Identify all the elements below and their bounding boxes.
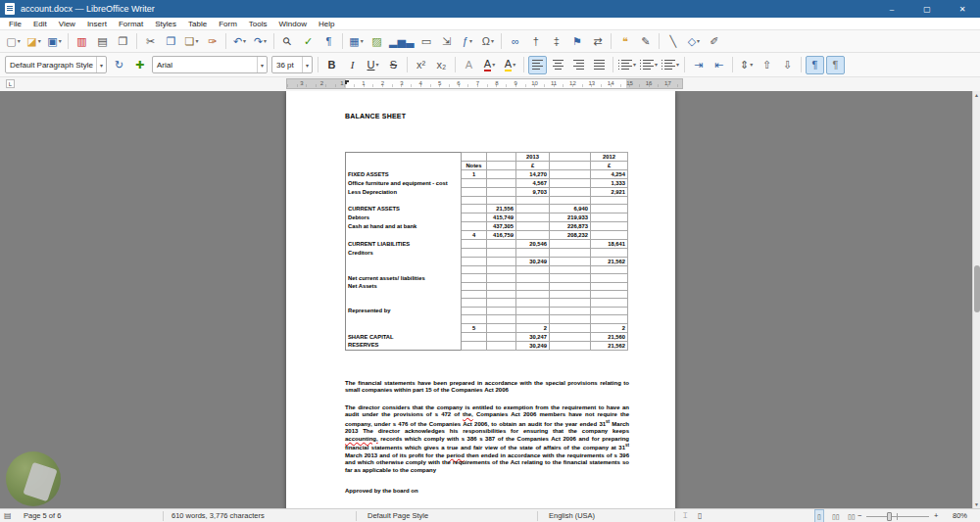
table-cell[interactable] <box>591 274 628 282</box>
draw-functions-icon[interactable]: ✐ <box>705 32 723 51</box>
ordered-list-icon[interactable]: ▾ <box>639 56 659 74</box>
table-cell[interactable]: 21,556 <box>487 205 516 214</box>
table-cell[interactable]: 219,933 <box>550 214 591 222</box>
table-cell[interactable] <box>346 257 462 265</box>
zoom-level[interactable]: 80% <box>953 509 967 522</box>
table-cell[interactable] <box>591 315 628 323</box>
table-cell[interactable] <box>550 257 591 265</box>
table-cell[interactable]: CURRENT LIABILITIES <box>346 240 462 249</box>
print-icon[interactable]: ▤ <box>93 32 112 51</box>
strikethrough-icon[interactable]: S <box>384 56 403 74</box>
table-cell[interactable] <box>591 290 628 298</box>
table-cell[interactable] <box>550 197 591 205</box>
table-cell[interactable] <box>550 240 591 249</box>
paste-icon[interactable]: ❏▾ <box>182 32 201 51</box>
table-cell[interactable] <box>516 274 550 282</box>
table-cell[interactable] <box>487 274 516 282</box>
table-cell[interactable]: Represented by <box>346 307 462 314</box>
table-cell[interactable] <box>462 299 487 307</box>
vertical-scrollbar[interactable]: ▲ ▼ <box>972 91 980 508</box>
table-cell[interactable]: 2 <box>516 323 550 332</box>
insert-mode-icon[interactable]: ▯ <box>698 509 702 522</box>
table-cell[interactable]: 208,232 <box>550 231 591 240</box>
table-cell[interactable]: SHARE CAPITAL <box>346 332 462 341</box>
table-cell[interactable] <box>462 265 487 273</box>
footnote-icon[interactable]: † <box>526 32 545 51</box>
menu-insert[interactable]: Insert <box>81 18 113 30</box>
table-cell[interactable] <box>487 240 516 249</box>
unordered-list-icon[interactable]: ▾ <box>617 56 637 74</box>
tab-stop-selector-icon[interactable]: L <box>6 79 15 88</box>
font-color-icon[interactable]: A▾ <box>480 56 499 74</box>
table-cell[interactable]: 21,562 <box>591 257 628 265</box>
copy-icon[interactable]: ❐ <box>162 32 180 51</box>
table-cell[interactable]: 416,759 <box>487 231 516 240</box>
table-cell[interactable]: 30,247 <box>516 332 550 341</box>
chevron-down-icon[interactable]: ▾ <box>655 62 658 68</box>
table-cell[interactable] <box>591 214 628 222</box>
table-cell[interactable] <box>550 188 591 197</box>
table-cell[interactable]: 4,567 <box>516 179 550 188</box>
table-cell[interactable] <box>462 341 487 350</box>
table-cell[interactable]: Notes <box>462 162 487 170</box>
table-cell[interactable] <box>516 299 550 307</box>
table-cell[interactable] <box>462 332 487 341</box>
menu-format[interactable]: Format <box>113 18 149 30</box>
table-cell[interactable] <box>591 222 628 231</box>
table-cell[interactable]: 2013 <box>516 153 550 162</box>
chevron-down-icon[interactable]: ▾ <box>96 57 106 72</box>
table-cell[interactable] <box>550 162 591 170</box>
table-cell[interactable]: £ <box>516 162 550 170</box>
table-cell[interactable] <box>550 249 591 257</box>
table-cell[interactable]: 5 <box>462 323 487 332</box>
table-cell[interactable]: 437,305 <box>487 222 516 231</box>
align-left-icon[interactable] <box>528 56 547 74</box>
table-cell[interactable] <box>487 323 516 332</box>
table-cell[interactable] <box>591 197 628 205</box>
chevron-down-icon[interactable]: ▾ <box>59 38 62 44</box>
page-style-indicator[interactable]: Default Page Style <box>368 509 428 522</box>
minimize-button[interactable]: – <box>874 0 909 18</box>
table-cell[interactable] <box>591 282 628 290</box>
table-cell[interactable] <box>516 214 550 222</box>
table-cell[interactable]: Office furniture and equipment - cost <box>346 179 462 188</box>
multi-page-view-icon[interactable]: ▯▯ <box>829 509 843 522</box>
table-cell[interactable] <box>346 299 462 307</box>
single-page-view-icon[interactable]: ▯ <box>814 509 824 522</box>
table-cell[interactable] <box>346 231 462 240</box>
italic-icon[interactable]: I <box>343 56 362 74</box>
document-heading[interactable]: BALANCE SHEET <box>345 113 625 119</box>
menu-styles[interactable]: Styles <box>149 18 182 30</box>
find-replace-icon[interactable]: ⚲ <box>278 32 297 51</box>
superscript-icon[interactable]: x² <box>412 56 430 74</box>
table-cell[interactable]: 18,641 <box>591 240 628 249</box>
table-cell[interactable] <box>550 323 591 332</box>
insert-field-icon[interactable]: ƒ▾ <box>458 32 476 51</box>
table-cell[interactable] <box>516 290 550 298</box>
table-cell[interactable]: 4,254 <box>591 170 628 179</box>
table-cell[interactable] <box>591 265 628 273</box>
balance-sheet-table[interactable]: 20132012Notes££FIXED ASSETS114,2704,254O… <box>345 152 628 351</box>
table-cell[interactable]: 20,546 <box>516 240 550 249</box>
chevron-down-icon[interactable]: ▾ <box>375 62 378 68</box>
selection-mode-icon[interactable]: ⌶ <box>683 509 688 522</box>
table-cell[interactable] <box>346 153 462 162</box>
table-cell[interactable] <box>462 205 487 214</box>
table-cell[interactable]: 21,562 <box>591 341 628 350</box>
chevron-down-icon[interactable]: ▾ <box>18 38 21 44</box>
table-cell[interactable]: 2 <box>591 323 628 332</box>
table-cell[interactable]: 30,249 <box>516 257 550 265</box>
table-cell[interactable] <box>462 214 487 222</box>
hyperlink-icon[interactable]: ∞ <box>506 32 524 51</box>
table-cell[interactable] <box>516 197 550 205</box>
chevron-down-icon[interactable]: ▾ <box>750 62 753 68</box>
table-cell[interactable] <box>516 282 550 290</box>
table-cell[interactable] <box>462 307 487 314</box>
clone-formatting-icon[interactable]: ✑ <box>203 32 221 51</box>
table-cell[interactable] <box>550 332 591 341</box>
book-view-icon[interactable]: ▯▯ <box>845 509 858 522</box>
table-cell[interactable] <box>487 188 516 197</box>
special-character-icon[interactable]: Ω▾ <box>478 32 497 51</box>
basic-shapes-icon[interactable]: ◇▾ <box>684 32 703 51</box>
insert-table-icon[interactable]: ▦▾ <box>347 32 366 51</box>
